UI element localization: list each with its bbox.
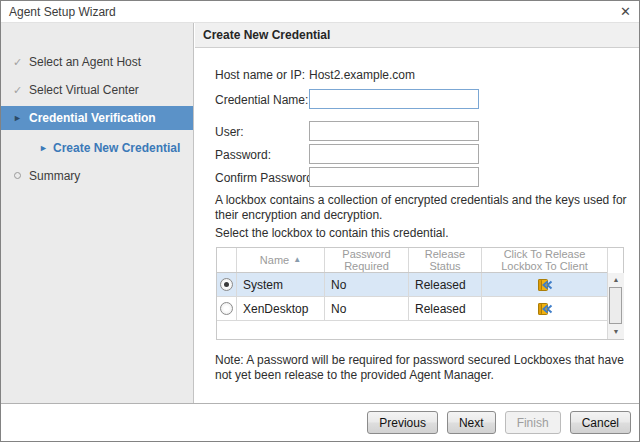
sort-ascending-icon: ▲ (293, 254, 301, 266)
close-icon[interactable]: ✕ (620, 1, 631, 23)
column-header-label: Name (260, 254, 289, 266)
lockbox-description: A lockbox contains a collection of encry… (215, 193, 629, 223)
page-title: Create New Credential (203, 23, 330, 47)
check-icon: ✓ (13, 81, 27, 99)
table-row[interactable]: System No Released (217, 273, 607, 297)
credential-name-label: Credential Name: (215, 93, 308, 107)
cell-name: System (237, 273, 325, 296)
lockbox-table: Name ▲ Password Required Release Status … (216, 247, 624, 340)
sidebar-item-select-agent-host[interactable]: ✓ Select an Agent Host (1, 53, 193, 71)
next-button[interactable]: Next (447, 411, 496, 434)
note-text: Note: A password will be required for pa… (215, 353, 635, 383)
finish-button: Finish (505, 411, 561, 434)
scroll-down-icon[interactable]: ▼ (608, 325, 624, 339)
lockbox-release-icon (536, 277, 553, 293)
column-header-password-required[interactable]: Password Required (325, 248, 409, 272)
host-name-label: Host name or IP: (215, 68, 305, 82)
cell-name: XenDesktop (237, 297, 325, 320)
sidebar-item-credential-verification[interactable]: ► Credential Verification (1, 106, 193, 130)
check-icon: ✓ (13, 53, 27, 71)
arrow-right-icon: ► (13, 106, 27, 130)
column-header-release-status[interactable]: Release Status (409, 248, 482, 272)
form-content: Host name or IP: Host2.example.com Crede… (195, 49, 640, 404)
sidebar-item-label: Select an Agent Host (29, 53, 141, 71)
previous-button[interactable]: Previous (367, 411, 438, 434)
table-row[interactable]: XenDesktop No Released (217, 297, 607, 321)
radio-button[interactable] (220, 302, 233, 315)
release-lockbox-button[interactable] (482, 297, 607, 320)
password-label: Password: (215, 148, 271, 162)
sidebar-item-label: Select Virtual Center (29, 81, 139, 99)
lockbox-release-icon (536, 301, 553, 317)
pending-bullet-icon (14, 172, 21, 179)
credential-name-input[interactable] (309, 89, 479, 109)
user-input[interactable] (309, 121, 479, 141)
cell-release-status: Released (409, 297, 482, 320)
wizard-steps-sidebar: ✓ Select an Agent Host ✓ Select Virtual … (1, 23, 194, 404)
sidebar-item-select-virtual-center[interactable]: ✓ Select Virtual Center (1, 81, 193, 99)
radio-button[interactable] (220, 278, 233, 291)
arrow-right-icon: ► (39, 139, 53, 157)
sidebar-item-label: Summary (29, 167, 80, 185)
table-header-row: Name ▲ Password Required Release Status … (217, 248, 607, 273)
table-scrollbar[interactable]: ▲ ▼ (607, 248, 624, 339)
confirm-password-input[interactable] (309, 167, 479, 187)
page-header: Create New Credential (195, 23, 640, 48)
cell-password-required: No (325, 273, 409, 296)
column-header-name[interactable]: Name ▲ (237, 248, 325, 272)
cell-release-status: Released (409, 273, 482, 296)
sidebar-item-summary[interactable]: Summary (1, 167, 193, 185)
main-panel: Create New Credential Host name or IP: H… (195, 23, 640, 404)
release-lockbox-button[interactable] (482, 273, 607, 296)
host-name-value: Host2.example.com (309, 68, 415, 82)
scroll-up-icon[interactable]: ▲ (608, 273, 624, 287)
column-header-release-action[interactable]: Click To Release Lockbox To Client (482, 248, 607, 272)
scrollbar-track[interactable]: ▲ ▼ (608, 273, 624, 339)
title-bar: Agent Setup Wizard ✕ (1, 1, 639, 23)
sidebar-item-label: Credential Verification (29, 106, 156, 130)
cell-password-required: No (325, 297, 409, 320)
password-input[interactable] (309, 144, 479, 164)
button-bar: Previous Next Finish Cancel (1, 403, 639, 441)
scrollbar-thumb[interactable] (609, 287, 622, 324)
window-title: Agent Setup Wizard (9, 1, 116, 23)
cancel-button[interactable]: Cancel (570, 411, 631, 434)
sidebar-item-label: Create New Credential (53, 139, 180, 157)
sidebar-item-create-new-credential[interactable]: ► Create New Credential (1, 139, 193, 157)
lockbox-select-instruction: Select the lockbox to contain this crede… (215, 226, 629, 241)
wizard-window: Agent Setup Wizard ✕ ✓ Select an Agent H… (0, 0, 640, 442)
user-label: User: (215, 125, 244, 139)
column-header-radio (217, 248, 237, 272)
confirm-password-label: Confirm Password: (215, 171, 316, 185)
